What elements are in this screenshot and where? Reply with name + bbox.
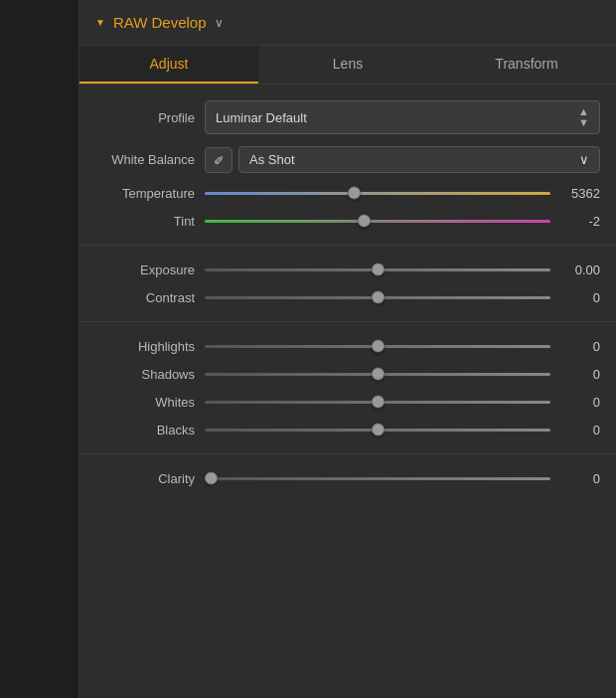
temperature-thumb[interactable] <box>348 187 361 200</box>
highlights-thumb[interactable] <box>372 340 385 353</box>
whites-label: Whites <box>95 395 195 410</box>
shadows-track <box>205 373 550 376</box>
clarity-slider[interactable] <box>205 470 550 486</box>
tab-lens[interactable]: Lens <box>258 46 437 84</box>
whites-row: Whites 0 <box>79 388 616 416</box>
shadows-thumb[interactable] <box>372 368 385 381</box>
contrast-value: 0 <box>560 290 600 305</box>
exposure-label: Exposure <box>95 262 195 277</box>
section-title: RAW Develop <box>113 14 207 31</box>
whites-track <box>205 401 550 404</box>
exposure-row: Exposure 0.00 <box>79 256 616 283</box>
shadows-slider[interactable] <box>205 366 550 382</box>
clarity-thumb[interactable] <box>205 472 218 485</box>
tint-track <box>205 220 550 223</box>
tab-adjust[interactable]: Adjust <box>79 46 258 84</box>
shadows-value: 0 <box>560 367 600 382</box>
clarity-group: Clarity 0 <box>79 454 616 502</box>
temperature-value: 5362 <box>560 186 600 201</box>
contrast-row: Contrast 0 <box>79 283 616 311</box>
contrast-label: Contrast <box>95 290 195 305</box>
highlights-value: 0 <box>560 339 600 354</box>
tint-thumb[interactable] <box>358 215 371 228</box>
tonal-group: Highlights 0 Shadows 0 <box>79 322 616 454</box>
tint-value: -2 <box>560 214 600 229</box>
tint-slider[interactable] <box>205 213 550 229</box>
exposure-track <box>205 268 550 271</box>
highlights-track <box>205 345 550 348</box>
highlights-label: Highlights <box>95 339 195 354</box>
profile-group: Profile Luminar Default ▲▼ White Balance… <box>79 85 616 246</box>
exposure-thumb[interactable] <box>372 263 385 276</box>
sidebar <box>0 0 79 698</box>
section-chevron-icon[interactable]: ∨ <box>215 16 224 30</box>
blacks-label: Blacks <box>95 423 195 437</box>
section-header: ▼ RAW Develop ∨ <box>79 0 616 46</box>
tab-transform[interactable]: Transform <box>437 46 616 84</box>
white-balance-row: White Balance ✏ As Shot ∨ <box>79 140 616 179</box>
white-balance-controls: ✏ As Shot ∨ <box>205 146 600 173</box>
profile-value: Luminar Default <box>216 110 307 125</box>
eyedropper-button[interactable]: ✏ <box>205 147 232 173</box>
blacks-value: 0 <box>560 423 600 437</box>
temperature-slider[interactable] <box>205 185 550 201</box>
shadows-label: Shadows <box>95 367 195 382</box>
profile-row: Profile Luminar Default ▲▼ <box>79 94 616 140</box>
tabs-bar: Adjust Lens Transform <box>79 46 616 85</box>
whites-value: 0 <box>560 395 600 410</box>
profile-label: Profile <box>95 110 195 125</box>
profile-dropdown[interactable]: Luminar Default ▲▼ <box>205 100 600 134</box>
exposure-slider[interactable] <box>205 262 550 277</box>
blacks-thumb[interactable] <box>372 424 385 436</box>
highlights-slider[interactable] <box>205 338 550 354</box>
clarity-label: Clarity <box>95 471 195 486</box>
white-balance-value: As Shot <box>249 152 295 167</box>
clarity-row: Clarity 0 <box>79 464 616 492</box>
white-balance-dropdown[interactable]: As Shot ∨ <box>238 146 600 173</box>
temperature-track <box>205 192 550 195</box>
blacks-row: Blacks 0 <box>79 416 616 443</box>
contrast-thumb[interactable] <box>372 291 385 304</box>
tint-row: Tint -2 <box>79 207 616 235</box>
temperature-label: Temperature <box>95 186 195 201</box>
contrast-slider[interactable] <box>205 289 550 305</box>
collapse-icon[interactable]: ▼ <box>95 17 105 28</box>
exposure-value: 0.00 <box>560 262 600 277</box>
blacks-track <box>205 429 550 432</box>
exposure-group: Exposure 0.00 Contrast 0 <box>79 246 616 322</box>
white-balance-chevron-icon: ∨ <box>579 152 589 167</box>
clarity-track <box>205 477 550 480</box>
contrast-track <box>205 296 550 299</box>
eyedropper-icon: ✏ <box>210 150 228 168</box>
whites-thumb[interactable] <box>372 396 385 409</box>
main-panel: ▼ RAW Develop ∨ Adjust Lens Transform Pr… <box>79 0 616 698</box>
tint-label: Tint <box>95 214 195 229</box>
profile-arrows-icon: ▲▼ <box>578 106 589 128</box>
white-balance-label: White Balance <box>95 152 195 167</box>
highlights-row: Highlights 0 <box>79 332 616 360</box>
clarity-value: 0 <box>560 471 600 486</box>
controls-panel: Profile Luminar Default ▲▼ White Balance… <box>79 85 616 502</box>
blacks-slider[interactable] <box>205 422 550 437</box>
shadows-row: Shadows 0 <box>79 360 616 388</box>
temperature-row: Temperature 5362 <box>79 179 616 207</box>
whites-slider[interactable] <box>205 394 550 410</box>
